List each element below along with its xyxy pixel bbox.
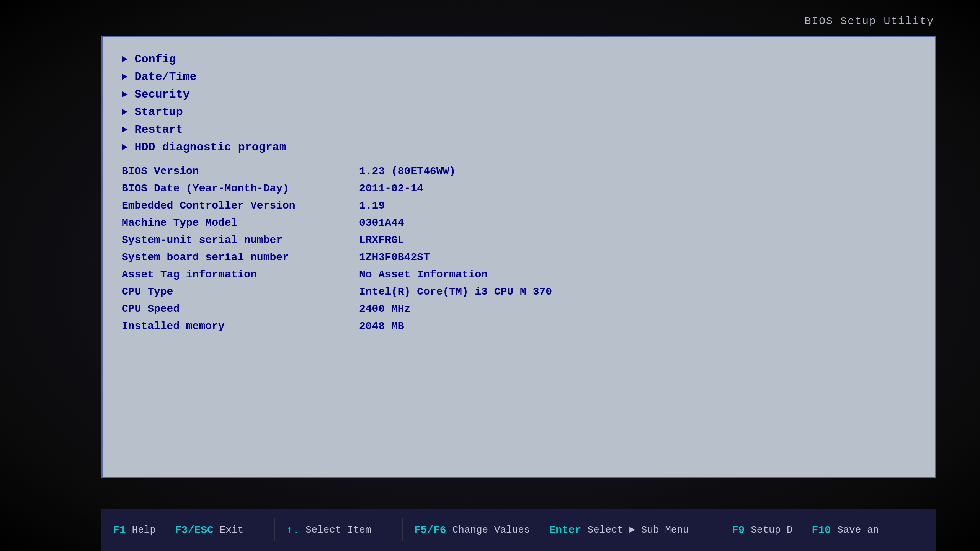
menu-item-config[interactable]: ►Config bbox=[122, 53, 916, 66]
menu-item-startup[interactable]: ►Startup bbox=[122, 106, 916, 119]
info-row-8: CPU Speed2400 MHz bbox=[122, 303, 916, 315]
info-value: 1.19 bbox=[359, 200, 385, 212]
menu-arrow-icon: ► bbox=[122, 54, 128, 65]
info-row-3: Machine Type Model0301A44 bbox=[122, 217, 916, 229]
main-panel: ►Config►Date/Time►Security►Startup►Resta… bbox=[101, 36, 936, 478]
menu-item-label: HDD diagnostic program bbox=[135, 141, 286, 154]
status-item-enter: EnterSelect ► Sub-Menu bbox=[549, 524, 689, 536]
status-desc: Help bbox=[132, 524, 156, 536]
status-key: ↑↓ bbox=[286, 524, 299, 536]
status-separator bbox=[274, 518, 275, 541]
info-value: LRXFRGL bbox=[359, 234, 404, 246]
status-item-f1: F1Help bbox=[113, 524, 156, 536]
info-row-9: Installed memory2048 MB bbox=[122, 320, 916, 332]
info-label: System board serial number bbox=[122, 251, 359, 263]
info-row-7: CPU TypeIntel(R) Core(TM) i3 CPU M 370 bbox=[122, 286, 916, 298]
info-value: Intel(R) Core(TM) i3 CPU M 370 bbox=[359, 286, 552, 298]
status-item-f3-esc: F3/ESCExit bbox=[175, 524, 243, 536]
info-value: 2011-02-14 bbox=[359, 183, 423, 194]
info-label: BIOS Date (Year-Month-Day) bbox=[122, 183, 359, 194]
status-item-↑↓: ↑↓Select Item bbox=[286, 524, 371, 536]
info-label: Asset Tag information bbox=[122, 269, 359, 280]
info-value: 1ZH3F0B42ST bbox=[359, 251, 430, 263]
info-label: CPU Speed bbox=[122, 303, 359, 315]
menu-item-label: Startup bbox=[135, 106, 183, 119]
bios-title: BIOS Setup Utility bbox=[805, 15, 934, 27]
status-key: F3/ESC bbox=[175, 524, 214, 536]
menu-item-security[interactable]: ►Security bbox=[122, 88, 916, 101]
menu-item-label: Restart bbox=[135, 123, 183, 136]
status-desc: Select Item bbox=[305, 524, 371, 536]
info-label: Embedded Controller Version bbox=[122, 200, 359, 212]
menu-item-label: Security bbox=[135, 88, 190, 101]
status-key: F5/F6 bbox=[414, 524, 446, 536]
status-key: Enter bbox=[549, 524, 581, 536]
info-label: CPU Type bbox=[122, 286, 359, 298]
info-row-5: System board serial number1ZH3F0B42ST bbox=[122, 251, 916, 263]
menu-item-label: Config bbox=[135, 53, 176, 66]
info-value: 2400 MHz bbox=[359, 303, 410, 315]
info-label: BIOS Version bbox=[122, 165, 359, 177]
menu-item-restart[interactable]: ►Restart bbox=[122, 123, 916, 136]
status-item-f9: F9Setup D bbox=[732, 524, 793, 536]
menu-arrow-icon: ► bbox=[122, 71, 128, 83]
status-item-f5-f6: F5/F6Change Values bbox=[414, 524, 530, 536]
info-label: System-unit serial number bbox=[122, 234, 359, 246]
info-value: 1.23 (80ET46WW) bbox=[359, 165, 456, 177]
status-item-f10: F10Save an bbox=[812, 524, 879, 536]
menu-arrow-icon: ► bbox=[122, 124, 128, 135]
status-desc: Change Values bbox=[452, 524, 530, 536]
status-desc: Save an bbox=[837, 524, 879, 536]
menu-item-hdd-diagnostic-program[interactable]: ►HDD diagnostic program bbox=[122, 141, 916, 154]
info-value: 2048 MB bbox=[359, 320, 404, 332]
info-value: No Asset Information bbox=[359, 269, 488, 280]
info-section: BIOS Version1.23 (80ET46WW)BIOS Date (Ye… bbox=[122, 165, 916, 332]
menu-arrow-icon: ► bbox=[122, 106, 128, 118]
menu-item-date/time[interactable]: ►Date/Time bbox=[122, 70, 916, 83]
status-key: F10 bbox=[812, 524, 831, 536]
menu-arrow-icon: ► bbox=[122, 89, 128, 100]
info-label: Installed memory bbox=[122, 320, 359, 332]
menu-item-label: Date/Time bbox=[135, 70, 197, 83]
status-bar: F1HelpF3/ESCExit↑↓Select ItemF5/F6Change… bbox=[101, 509, 936, 551]
info-row-0: BIOS Version1.23 (80ET46WW) bbox=[122, 165, 916, 177]
info-value: 0301A44 bbox=[359, 217, 404, 229]
info-row-6: Asset Tag informationNo Asset Informatio… bbox=[122, 269, 916, 280]
info-row-1: BIOS Date (Year-Month-Day)2011-02-14 bbox=[122, 183, 916, 194]
status-key: F9 bbox=[732, 524, 745, 536]
status-separator bbox=[720, 518, 720, 541]
info-label: Machine Type Model bbox=[122, 217, 359, 229]
status-key: F1 bbox=[113, 524, 126, 536]
info-row-2: Embedded Controller Version1.19 bbox=[122, 200, 916, 212]
status-separator bbox=[402, 518, 403, 541]
status-desc: Exit bbox=[220, 524, 243, 536]
menu-section: ►Config►Date/Time►Security►Startup►Resta… bbox=[122, 53, 916, 154]
info-row-4: System-unit serial numberLRXFRGL bbox=[122, 234, 916, 246]
status-desc: Select ► Sub-Menu bbox=[587, 524, 689, 536]
status-desc: Setup D bbox=[751, 524, 792, 536]
menu-arrow-icon: ► bbox=[122, 142, 128, 153]
